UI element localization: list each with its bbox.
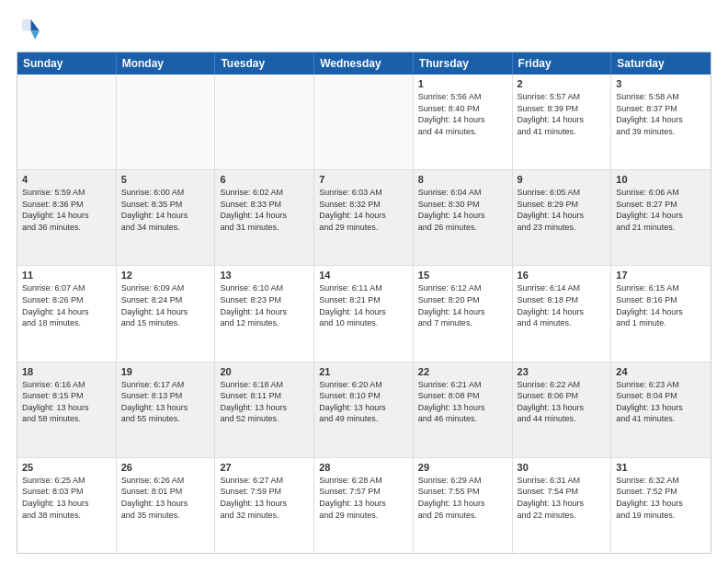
day-info: Sunrise: 6:14 AMSunset: 8:18 PMDaylight:… — [518, 282, 607, 328]
day-info: Sunrise: 5:57 AMSunset: 8:39 PMDaylight:… — [518, 91, 607, 137]
day-info: Sunrise: 6:07 AMSunset: 8:26 PMDaylight:… — [22, 282, 111, 328]
calendar-cell: 4Sunrise: 5:59 AMSunset: 8:36 PMDaylight… — [17, 170, 117, 265]
day-number: 22 — [418, 366, 507, 377]
calendar-cell: 28Sunrise: 6:28 AMSunset: 7:57 PMDayligh… — [314, 458, 414, 553]
calendar-cell: 2Sunrise: 5:57 AMSunset: 8:39 PMDaylight… — [513, 75, 612, 169]
day-number: 28 — [319, 462, 408, 473]
calendar-cell: 8Sunrise: 6:04 AMSunset: 8:30 PMDaylight… — [414, 170, 513, 265]
calendar-week: 11Sunrise: 6:07 AMSunset: 8:26 PMDayligh… — [17, 266, 711, 362]
day-number: 20 — [220, 366, 309, 377]
calendar-cell: 5Sunrise: 6:00 AMSunset: 8:35 PMDaylight… — [117, 170, 216, 265]
day-info: Sunrise: 6:28 AMSunset: 7:57 PMDaylight:… — [319, 475, 408, 521]
day-number: 27 — [220, 462, 309, 473]
calendar-cell: 14Sunrise: 6:11 AMSunset: 8:21 PMDayligh… — [314, 266, 414, 361]
day-info: Sunrise: 6:22 AMSunset: 8:06 PMDaylight:… — [518, 379, 607, 425]
day-number: 8 — [418, 174, 507, 185]
day-number: 31 — [616, 462, 706, 473]
calendar-cell: 23Sunrise: 6:22 AMSunset: 8:06 PMDayligh… — [513, 362, 612, 457]
day-info: Sunrise: 6:32 AMSunset: 7:52 PMDaylight:… — [616, 475, 706, 521]
day-number: 4 — [22, 174, 111, 185]
calendar-body: 1Sunrise: 5:56 AMSunset: 8:40 PMDaylight… — [17, 75, 711, 553]
calendar-cell — [117, 75, 216, 169]
cal-header-day: Thursday — [414, 52, 513, 75]
day-info: Sunrise: 6:16 AMSunset: 8:15 PMDaylight:… — [22, 379, 111, 425]
day-info: Sunrise: 6:21 AMSunset: 8:08 PMDaylight:… — [418, 379, 507, 425]
logo-icon — [17, 17, 42, 42]
day-number: 23 — [518, 366, 607, 377]
day-number: 12 — [121, 270, 210, 281]
day-number: 18 — [22, 366, 111, 377]
header — [17, 17, 711, 42]
calendar-cell: 9Sunrise: 6:05 AMSunset: 8:29 PMDaylight… — [513, 170, 612, 265]
day-info: Sunrise: 5:56 AMSunset: 8:40 PMDaylight:… — [418, 91, 507, 137]
calendar-cell: 17Sunrise: 6:15 AMSunset: 8:16 PMDayligh… — [611, 266, 711, 361]
calendar-cell: 25Sunrise: 6:25 AMSunset: 8:03 PMDayligh… — [17, 458, 117, 553]
day-number: 6 — [220, 174, 309, 185]
day-number: 16 — [518, 270, 607, 281]
calendar-week: 18Sunrise: 6:16 AMSunset: 8:15 PMDayligh… — [17, 362, 711, 458]
day-number: 17 — [616, 270, 706, 281]
day-number: 9 — [518, 174, 607, 185]
day-info: Sunrise: 6:00 AMSunset: 8:35 PMDaylight:… — [121, 187, 210, 233]
day-number: 19 — [121, 366, 210, 377]
svg-marker-2 — [22, 19, 30, 30]
day-info: Sunrise: 6:09 AMSunset: 8:24 PMDaylight:… — [121, 282, 210, 328]
day-info: Sunrise: 6:26 AMSunset: 8:01 PMDaylight:… — [121, 475, 210, 521]
calendar-cell: 19Sunrise: 6:17 AMSunset: 8:13 PMDayligh… — [117, 362, 216, 457]
calendar-week: 1Sunrise: 5:56 AMSunset: 8:40 PMDaylight… — [17, 75, 711, 170]
calendar-cell: 22Sunrise: 6:21 AMSunset: 8:08 PMDayligh… — [414, 362, 513, 457]
day-info: Sunrise: 6:03 AMSunset: 8:32 PMDaylight:… — [319, 187, 408, 233]
day-info: Sunrise: 6:17 AMSunset: 8:13 PMDaylight:… — [121, 379, 210, 425]
calendar-cell: 18Sunrise: 6:16 AMSunset: 8:15 PMDayligh… — [17, 362, 117, 457]
day-info: Sunrise: 6:11 AMSunset: 8:21 PMDaylight:… — [319, 282, 408, 328]
day-number: 1 — [418, 78, 507, 89]
day-info: Sunrise: 6:23 AMSunset: 8:04 PMDaylight:… — [616, 379, 706, 425]
calendar-cell: 24Sunrise: 6:23 AMSunset: 8:04 PMDayligh… — [611, 362, 711, 457]
day-number: 7 — [319, 174, 408, 185]
calendar-cell: 3Sunrise: 5:58 AMSunset: 8:37 PMDaylight… — [611, 75, 711, 169]
calendar-cell: 13Sunrise: 6:10 AMSunset: 8:23 PMDayligh… — [215, 266, 314, 361]
calendar-cell — [215, 75, 314, 169]
calendar-cell — [17, 75, 117, 169]
day-info: Sunrise: 6:15 AMSunset: 8:16 PMDaylight:… — [616, 282, 706, 328]
cal-header-day: Saturday — [611, 52, 711, 75]
day-info: Sunrise: 6:27 AMSunset: 7:59 PMDaylight:… — [220, 475, 309, 521]
day-info: Sunrise: 6:02 AMSunset: 8:33 PMDaylight:… — [220, 187, 309, 233]
day-number: 29 — [418, 462, 507, 473]
svg-marker-1 — [31, 31, 40, 40]
day-number: 14 — [319, 270, 408, 281]
day-number: 11 — [22, 270, 111, 281]
day-number: 30 — [518, 462, 607, 473]
day-info: Sunrise: 5:59 AMSunset: 8:36 PMDaylight:… — [22, 187, 111, 233]
day-number: 10 — [616, 174, 706, 185]
calendar-cell: 29Sunrise: 6:29 AMSunset: 7:55 PMDayligh… — [414, 458, 513, 553]
calendar-cell — [314, 75, 414, 169]
calendar-cell: 7Sunrise: 6:03 AMSunset: 8:32 PMDaylight… — [314, 170, 414, 265]
calendar-cell: 31Sunrise: 6:32 AMSunset: 7:52 PMDayligh… — [611, 458, 711, 553]
calendar-cell: 27Sunrise: 6:27 AMSunset: 7:59 PMDayligh… — [215, 458, 314, 553]
cal-header-day: Tuesday — [215, 52, 314, 75]
day-info: Sunrise: 6:10 AMSunset: 8:23 PMDaylight:… — [220, 282, 309, 328]
cal-header-day: Friday — [513, 52, 612, 75]
day-number: 5 — [121, 174, 210, 185]
cal-header-day: Monday — [117, 52, 216, 75]
calendar-week: 25Sunrise: 6:25 AMSunset: 8:03 PMDayligh… — [17, 458, 711, 553]
page: SundayMondayTuesdayWednesdayThursdayFrid… — [0, 0, 728, 563]
day-number: 13 — [220, 270, 309, 281]
day-info: Sunrise: 6:18 AMSunset: 8:11 PMDaylight:… — [220, 379, 309, 425]
calendar-week: 4Sunrise: 5:59 AMSunset: 8:36 PMDaylight… — [17, 170, 711, 266]
calendar-cell: 6Sunrise: 6:02 AMSunset: 8:33 PMDaylight… — [215, 170, 314, 265]
day-number: 26 — [121, 462, 210, 473]
logo — [17, 17, 48, 42]
cal-header-day: Wednesday — [314, 52, 414, 75]
calendar-cell: 11Sunrise: 6:07 AMSunset: 8:26 PMDayligh… — [17, 266, 117, 361]
calendar: SundayMondayTuesdayWednesdayThursdayFrid… — [17, 52, 711, 554]
day-number: 25 — [22, 462, 111, 473]
calendar-cell: 16Sunrise: 6:14 AMSunset: 8:18 PMDayligh… — [513, 266, 612, 361]
calendar-cell: 26Sunrise: 6:26 AMSunset: 8:01 PMDayligh… — [117, 458, 216, 553]
calendar-cell: 30Sunrise: 6:31 AMSunset: 7:54 PMDayligh… — [513, 458, 612, 553]
calendar-cell: 10Sunrise: 6:06 AMSunset: 8:27 PMDayligh… — [611, 170, 711, 265]
day-info: Sunrise: 6:12 AMSunset: 8:20 PMDaylight:… — [418, 282, 507, 328]
day-number: 2 — [518, 78, 607, 89]
day-info: Sunrise: 6:05 AMSunset: 8:29 PMDaylight:… — [518, 187, 607, 233]
